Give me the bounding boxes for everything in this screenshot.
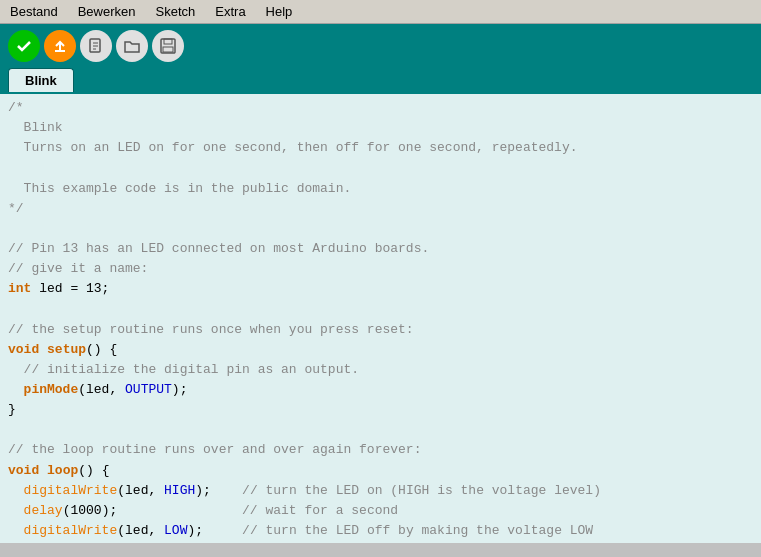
code-dw1-args: (led,	[117, 483, 164, 498]
code-comment-setup: // the setup routine runs once when you …	[8, 322, 414, 337]
code-comment-open: /* Blink Turns on an LED on for one seco…	[8, 100, 578, 216]
code-comment-pin: // Pin 13 has an LED connected on most A…	[8, 241, 429, 276]
new-button[interactable]	[80, 30, 112, 62]
code-setup-close: }	[8, 402, 16, 417]
code-setup-brace: () {	[86, 342, 117, 357]
code-kw-int: int	[8, 281, 31, 296]
menu-extra[interactable]: Extra	[209, 2, 251, 21]
code-kw-void-loop: void	[8, 463, 39, 478]
code-const-low: LOW	[164, 523, 187, 538]
toolbar	[0, 24, 761, 68]
verify-button[interactable]	[8, 30, 40, 62]
code-dwrite2: digitalWrite	[24, 523, 118, 538]
save-button[interactable]	[152, 30, 184, 62]
code-fn-pinmode: pinMode	[24, 382, 79, 397]
code-const-output: OUTPUT	[125, 382, 172, 397]
open-button[interactable]	[116, 30, 148, 62]
code-const-high: HIGH	[164, 483, 195, 498]
tabs-bar: Blink	[0, 68, 761, 92]
svg-rect-8	[163, 47, 173, 52]
code-dw1-end: );	[195, 483, 211, 498]
code-comment-low: // turn the LED off by making the voltag…	[242, 523, 593, 538]
code-comment-init: // initialize the digital pin as an outp…	[24, 362, 359, 377]
code-pinmode-args: (led,	[78, 382, 125, 397]
code-loop-brace: () {	[78, 463, 109, 478]
menu-help[interactable]: Help	[260, 2, 299, 21]
menu-sketch[interactable]: Sketch	[150, 2, 202, 21]
code-dwrite1: digitalWrite	[24, 483, 118, 498]
code-comment-delay1: // wait for a second	[242, 503, 398, 518]
menu-bestand[interactable]: Bestand	[4, 2, 64, 21]
code-fn-setup: setup	[47, 342, 86, 357]
code-comment-high: // turn the LED on (HIGH is the voltage …	[242, 483, 601, 498]
code-editor[interactable]: /* Blink Turns on an LED on for one seco…	[0, 92, 761, 543]
code-dw2-end: );	[187, 523, 203, 538]
tab-blink[interactable]: Blink	[8, 68, 74, 92]
code-fn-loop: loop	[47, 463, 78, 478]
menu-bewerken[interactable]: Bewerken	[72, 2, 142, 21]
code-led-decl: led = 13;	[31, 281, 109, 296]
code-dw2-args: (led,	[117, 523, 164, 538]
code-pinmode-end: );	[172, 382, 188, 397]
code-kw-void-setup: void	[8, 342, 39, 357]
code-delay1-args: (1000);	[63, 503, 118, 518]
upload-button[interactable]	[44, 30, 76, 62]
code-comment-loop: // the loop routine runs over and over a…	[8, 442, 421, 457]
code-delay1: delay	[24, 503, 63, 518]
menubar: Bestand Bewerken Sketch Extra Help	[0, 0, 761, 24]
